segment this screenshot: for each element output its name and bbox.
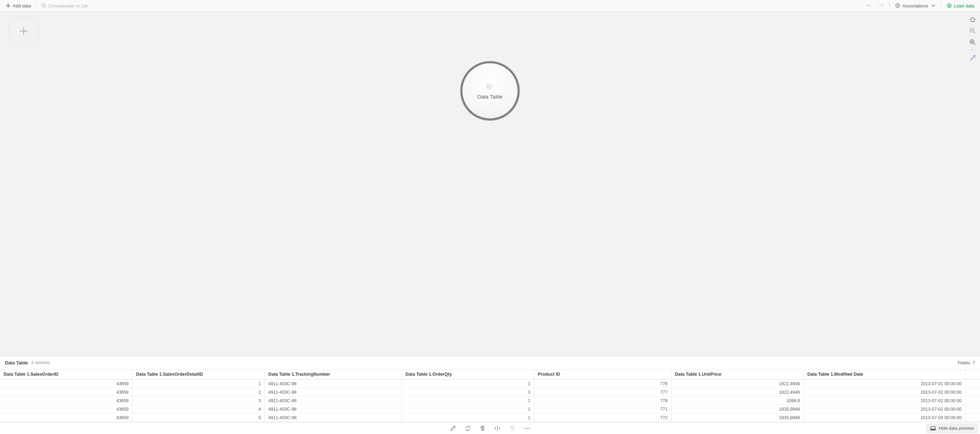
panel-icon [930,426,936,431]
table-header-row: Data Table 1.SalesOrderIDData Table 1.Sa… [0,370,980,380]
associations-button[interactable]: Associations [892,1,938,10]
gutter [965,397,980,405]
svg-point-9 [524,428,525,429]
table-cell: 4 [132,405,264,413]
table-cell: 3 [402,388,534,397]
data-model-canvas[interactable]: Data Table [0,12,980,356]
add-table-bubble[interactable] [8,16,39,46]
table-cell: 2013-07-01 00:00:00 [804,380,966,388]
home-button[interactable] [968,15,977,24]
pencil-icon [450,425,456,432]
bottom-action-bar: Hide data preview [0,422,980,434]
refresh-icon [465,425,471,432]
preview-title: Data Table [5,360,28,365]
table-cell: 2 [132,388,264,397]
table-cell: 5 [132,413,264,422]
edit-button[interactable] [449,425,457,432]
zoom-in-button[interactable] [968,38,977,46]
reload-button[interactable] [464,425,471,432]
trash-icon [479,425,486,432]
table-cell: 1835,9946 [671,405,803,413]
preview-subtitle: 2 sources [32,360,50,365]
filter-button [509,425,516,432]
zoom-in-icon [969,39,976,45]
hide-data-preview-button[interactable]: Hide data preview [926,424,978,433]
load-data-label: Load data [954,3,974,8]
home-icon [969,16,976,22]
table-cell: 4911-403C-98 [265,388,402,397]
add-data-button[interactable]: Add data [3,1,34,10]
table-cell: 772 [534,413,671,422]
table-cell: 43659 [0,397,132,405]
gutter [965,405,980,413]
svg-point-11 [528,428,530,429]
more-icon [524,427,530,429]
table-cell: 778 [534,397,671,405]
column-header[interactable]: Product ID [534,370,671,380]
svg-rect-13 [931,429,935,430]
chevron-down-icon [932,5,935,7]
redo-button [876,1,886,10]
table-cell: 4911-403C-98 [265,380,402,388]
plus-icon [6,3,11,8]
concatenate-join-label: Concatenate or join [48,3,88,8]
table-row[interactable]: 4365914911-403C-9817761822,49462013-07-0… [0,380,980,388]
column-header[interactable]: Data Table 1.SalesOrderDetailID [132,370,264,380]
table-cell: 2013-07-02 00:00:00 [804,388,966,397]
toolbar-divider [969,50,976,50]
concatenate-icon [41,3,46,8]
table-row[interactable]: 4365934911-403C-9817781098,92013-07-02 0… [0,397,980,405]
column-header[interactable]: Data Table 1.SalesOrderID [0,370,132,380]
column-header[interactable]: Data Table 1.UnitPrice [671,370,803,380]
delete-button[interactable] [479,425,486,432]
associations-icon [895,3,900,8]
bubbles-icon [485,82,495,90]
gutter [965,380,980,388]
table-cell: 2013-07-02 00:00:00 [804,397,966,405]
table-cell: 43659 [0,388,132,397]
table-cell: 1822,4946 [671,380,803,388]
table-cell: 776 [534,380,671,388]
add-data-label: Add data [13,3,31,8]
table-cell: 43659 [0,413,132,422]
table-row[interactable]: 4365944911-403C-9817711835,99462013-07-0… [0,405,980,413]
table-cell: 4911-403C-98 [265,405,402,413]
zoom-out-icon [969,27,976,34]
table-cell: 771 [534,405,671,413]
more-button[interactable] [523,425,531,432]
table-cell: 1 [132,380,264,388]
gutter [965,413,980,422]
table-cell: 3 [132,397,264,405]
gutter [965,370,980,380]
toolbar-divider [941,2,941,9]
table-cell: 1 [402,380,534,388]
concatenate-join-button: Concatenate or join [38,1,91,10]
table-row[interactable]: 4365954911-403C-9817721835,99462013-07-0… [0,413,980,422]
undo-button [864,1,874,10]
column-header[interactable]: Data Table 1.OrderQty [402,370,534,380]
table-cell: 1 [402,397,534,405]
preview-header: Data Table 2 sources Fields: 7 [0,356,980,369]
load-data-button[interactable]: Load data [944,1,977,10]
toolbar-divider [36,2,37,9]
undo-icon [867,3,872,8]
svg-point-6 [489,83,493,87]
filter-icon [509,425,515,432]
table-cell: 1098,9 [671,397,803,405]
table-cell: 2013-07-03 00:00:00 [804,413,966,422]
table-cell: 1822,4946 [671,388,803,397]
table-cell: 4911-403C-98 [265,397,402,405]
table-bubble-data-table[interactable]: Data Table [460,61,520,121]
column-header[interactable]: Data Table 1.TrackingNumber [265,370,402,380]
column-header[interactable]: Data Table 1.Modified Date [804,370,966,380]
zoom-out-button[interactable] [968,27,977,35]
split-icon [494,425,501,432]
magic-wand-button[interactable] [968,54,977,62]
table-cell: 1 [402,405,534,413]
associations-label: Associations [902,3,928,8]
split-button[interactable] [494,425,501,432]
hide-data-preview-label: Hide data preview [939,426,974,431]
table-row[interactable]: 4365924911-403C-9837771822,49462013-07-0… [0,388,980,397]
top-toolbar: Add data Concatenate or join Association [0,0,980,12]
table-cell: 2013-07-02 00:00:00 [804,405,966,413]
